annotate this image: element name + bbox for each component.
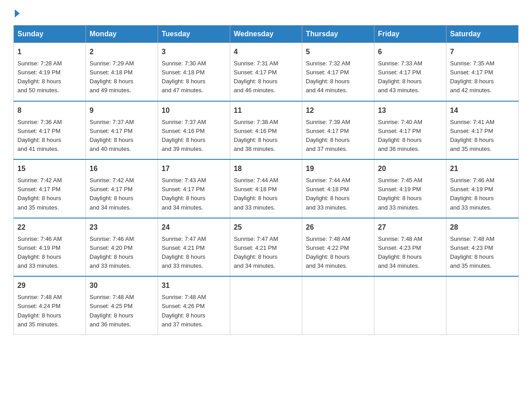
day-info: Sunrise: 7:47 AMSunset: 4:21 PMDaylight:… bbox=[234, 235, 298, 271]
day-info: Sunrise: 7:37 AMSunset: 4:16 PMDaylight:… bbox=[162, 118, 226, 154]
calendar-week-2: 8Sunrise: 7:36 AMSunset: 4:17 PMDaylight… bbox=[14, 101, 519, 160]
day-number: 21 bbox=[450, 163, 515, 174]
page-header bbox=[13, 9, 519, 17]
day-number: 13 bbox=[378, 105, 442, 116]
day-number: 17 bbox=[162, 163, 226, 174]
calendar-cell: 22Sunrise: 7:46 AMSunset: 4:19 PMDayligh… bbox=[14, 218, 86, 277]
day-number: 23 bbox=[90, 222, 154, 233]
weekday-header-monday: Monday bbox=[86, 26, 158, 43]
calendar-cell: 18Sunrise: 7:44 AMSunset: 4:18 PMDayligh… bbox=[230, 159, 302, 218]
day-number: 4 bbox=[234, 47, 298, 57]
logo bbox=[13, 9, 20, 17]
day-number: 14 bbox=[450, 105, 515, 116]
day-number: 30 bbox=[90, 280, 154, 291]
day-info: Sunrise: 7:40 AMSunset: 4:17 PMDaylight:… bbox=[378, 118, 442, 154]
day-info: Sunrise: 7:44 AMSunset: 4:18 PMDaylight:… bbox=[234, 176, 298, 212]
day-info: Sunrise: 7:46 AMSunset: 4:20 PMDaylight:… bbox=[90, 235, 154, 271]
calendar-cell: 4Sunrise: 7:31 AMSunset: 4:17 PMDaylight… bbox=[230, 43, 302, 101]
day-number: 9 bbox=[90, 105, 154, 116]
day-number: 31 bbox=[162, 280, 226, 291]
day-number: 11 bbox=[234, 105, 298, 116]
calendar-cell: 19Sunrise: 7:44 AMSunset: 4:18 PMDayligh… bbox=[302, 159, 374, 218]
day-number: 15 bbox=[17, 163, 82, 174]
day-info: Sunrise: 7:48 AMSunset: 4:24 PMDaylight:… bbox=[17, 293, 82, 329]
day-number: 16 bbox=[90, 163, 154, 174]
day-number: 7 bbox=[450, 47, 515, 57]
day-number: 22 bbox=[17, 222, 82, 233]
day-info: Sunrise: 7:41 AMSunset: 4:17 PMDaylight:… bbox=[450, 118, 515, 154]
day-info: Sunrise: 7:48 AMSunset: 4:25 PMDaylight:… bbox=[90, 293, 154, 329]
day-number: 6 bbox=[378, 47, 442, 57]
day-info: Sunrise: 7:33 AMSunset: 4:17 PMDaylight:… bbox=[378, 59, 442, 95]
calendar-cell: 1Sunrise: 7:28 AMSunset: 4:19 PMDaylight… bbox=[14, 43, 86, 101]
day-info: Sunrise: 7:46 AMSunset: 4:19 PMDaylight:… bbox=[17, 235, 82, 271]
day-number: 24 bbox=[162, 222, 226, 233]
calendar-cell bbox=[374, 276, 446, 334]
day-number: 28 bbox=[450, 222, 515, 233]
day-number: 1 bbox=[17, 47, 82, 57]
day-number: 2 bbox=[90, 47, 154, 57]
day-info: Sunrise: 7:32 AMSunset: 4:17 PMDaylight:… bbox=[306, 59, 370, 95]
calendar-week-5: 29Sunrise: 7:48 AMSunset: 4:24 PMDayligh… bbox=[14, 276, 519, 334]
day-info: Sunrise: 7:31 AMSunset: 4:17 PMDaylight:… bbox=[234, 59, 298, 95]
day-info: Sunrise: 7:46 AMSunset: 4:19 PMDaylight:… bbox=[450, 176, 515, 212]
calendar-cell: 25Sunrise: 7:47 AMSunset: 4:21 PMDayligh… bbox=[230, 218, 302, 277]
day-info: Sunrise: 7:44 AMSunset: 4:18 PMDaylight:… bbox=[306, 176, 370, 212]
calendar-cell: 8Sunrise: 7:36 AMSunset: 4:17 PMDaylight… bbox=[14, 101, 86, 160]
calendar-cell bbox=[230, 276, 302, 334]
day-info: Sunrise: 7:36 AMSunset: 4:17 PMDaylight:… bbox=[17, 118, 82, 154]
day-info: Sunrise: 7:39 AMSunset: 4:17 PMDaylight:… bbox=[306, 118, 370, 154]
calendar-cell: 17Sunrise: 7:43 AMSunset: 4:17 PMDayligh… bbox=[158, 159, 230, 218]
calendar-cell: 7Sunrise: 7:35 AMSunset: 4:17 PMDaylight… bbox=[446, 43, 519, 101]
day-number: 19 bbox=[306, 163, 370, 174]
calendar-cell: 10Sunrise: 7:37 AMSunset: 4:16 PMDayligh… bbox=[158, 101, 230, 160]
weekday-header-tuesday: Tuesday bbox=[158, 26, 230, 43]
day-info: Sunrise: 7:38 AMSunset: 4:16 PMDaylight:… bbox=[234, 118, 298, 154]
calendar-cell: 6Sunrise: 7:33 AMSunset: 4:17 PMDaylight… bbox=[374, 43, 446, 101]
calendar-cell: 31Sunrise: 7:48 AMSunset: 4:26 PMDayligh… bbox=[158, 276, 230, 334]
calendar-cell bbox=[302, 276, 374, 334]
calendar-cell: 15Sunrise: 7:42 AMSunset: 4:17 PMDayligh… bbox=[14, 159, 86, 218]
calendar-week-3: 15Sunrise: 7:42 AMSunset: 4:17 PMDayligh… bbox=[14, 159, 519, 218]
day-number: 10 bbox=[162, 105, 226, 116]
day-info: Sunrise: 7:42 AMSunset: 4:17 PMDaylight:… bbox=[90, 176, 154, 212]
day-info: Sunrise: 7:42 AMSunset: 4:17 PMDaylight:… bbox=[17, 176, 82, 212]
calendar-cell: 29Sunrise: 7:48 AMSunset: 4:24 PMDayligh… bbox=[14, 276, 86, 334]
calendar-table: SundayMondayTuesdayWednesdayThursdayFrid… bbox=[13, 25, 519, 335]
calendar-cell: 5Sunrise: 7:32 AMSunset: 4:17 PMDaylight… bbox=[302, 43, 374, 101]
day-number: 8 bbox=[17, 105, 82, 116]
weekday-header-friday: Friday bbox=[374, 26, 446, 43]
calendar-week-1: 1Sunrise: 7:28 AMSunset: 4:19 PMDaylight… bbox=[14, 43, 519, 101]
calendar-cell: 28Sunrise: 7:48 AMSunset: 4:23 PMDayligh… bbox=[446, 218, 519, 277]
day-info: Sunrise: 7:48 AMSunset: 4:23 PMDaylight:… bbox=[378, 235, 442, 271]
calendar-cell: 23Sunrise: 7:46 AMSunset: 4:20 PMDayligh… bbox=[86, 218, 158, 277]
day-number: 3 bbox=[162, 47, 226, 57]
calendar-cell: 12Sunrise: 7:39 AMSunset: 4:17 PMDayligh… bbox=[302, 101, 374, 160]
day-info: Sunrise: 7:35 AMSunset: 4:17 PMDaylight:… bbox=[450, 59, 515, 95]
day-number: 26 bbox=[306, 222, 370, 233]
day-number: 25 bbox=[234, 222, 298, 233]
day-number: 12 bbox=[306, 105, 370, 116]
weekday-header-sunday: Sunday bbox=[14, 26, 86, 43]
calendar-cell: 26Sunrise: 7:48 AMSunset: 4:22 PMDayligh… bbox=[302, 218, 374, 277]
weekday-header-wednesday: Wednesday bbox=[230, 26, 302, 43]
calendar-cell: 9Sunrise: 7:37 AMSunset: 4:17 PMDaylight… bbox=[86, 101, 158, 160]
weekday-header-thursday: Thursday bbox=[302, 26, 374, 43]
calendar-cell: 21Sunrise: 7:46 AMSunset: 4:19 PMDayligh… bbox=[446, 159, 519, 218]
day-info: Sunrise: 7:29 AMSunset: 4:18 PMDaylight:… bbox=[90, 59, 154, 95]
weekday-header-saturday: Saturday bbox=[446, 26, 519, 43]
day-info: Sunrise: 7:47 AMSunset: 4:21 PMDaylight:… bbox=[162, 235, 226, 271]
day-number: 20 bbox=[378, 163, 442, 174]
calendar-cell: 30Sunrise: 7:48 AMSunset: 4:25 PMDayligh… bbox=[86, 276, 158, 334]
calendar-week-4: 22Sunrise: 7:46 AMSunset: 4:19 PMDayligh… bbox=[14, 218, 519, 277]
calendar-cell: 16Sunrise: 7:42 AMSunset: 4:17 PMDayligh… bbox=[86, 159, 158, 218]
day-info: Sunrise: 7:43 AMSunset: 4:17 PMDaylight:… bbox=[162, 176, 226, 212]
calendar-cell: 20Sunrise: 7:45 AMSunset: 4:19 PMDayligh… bbox=[374, 159, 446, 218]
calendar-cell: 3Sunrise: 7:30 AMSunset: 4:18 PMDaylight… bbox=[158, 43, 230, 101]
day-info: Sunrise: 7:37 AMSunset: 4:17 PMDaylight:… bbox=[90, 118, 154, 154]
day-info: Sunrise: 7:48 AMSunset: 4:26 PMDaylight:… bbox=[162, 293, 226, 329]
day-info: Sunrise: 7:48 AMSunset: 4:23 PMDaylight:… bbox=[450, 235, 515, 271]
calendar-cell: 11Sunrise: 7:38 AMSunset: 4:16 PMDayligh… bbox=[230, 101, 302, 160]
logo-triangle-icon bbox=[15, 9, 20, 17]
day-number: 27 bbox=[378, 222, 442, 233]
